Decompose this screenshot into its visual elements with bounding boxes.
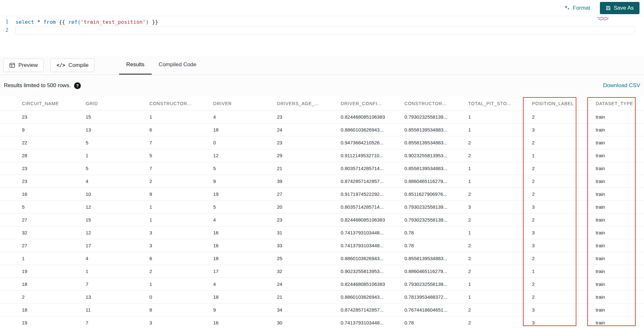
- table-cell: 3: [527, 127, 591, 132]
- code-token-keyword: select: [15, 19, 34, 25]
- table-cell: 23: [272, 114, 336, 120]
- table-cell: 0.7813953488372...: [399, 294, 463, 300]
- results-limit-text: Results limited to 500 rows.: [4, 82, 71, 89]
- table-cell: 3: [144, 243, 208, 248]
- table-cell: 15: [80, 217, 144, 223]
- table-cell: 9: [208, 178, 272, 184]
- table-cell: 18: [17, 281, 80, 287]
- table-row: 213018210.8860103626943...0.781395348837…: [0, 291, 644, 304]
- table-cell: 7: [80, 281, 144, 287]
- table-cell: 3: [144, 230, 208, 235]
- table-cell: 28: [17, 153, 80, 158]
- table-cell: 19: [208, 191, 272, 197]
- table-cell: train: [591, 114, 644, 120]
- table-cell: 0.8742857142857...: [336, 178, 399, 184]
- table-cell: 34: [272, 307, 336, 313]
- table-cell: 0.8742857142857...: [336, 307, 399, 313]
- line-number: 1: [0, 19, 15, 25]
- table-cell: 0.8558139534883...: [399, 140, 463, 145]
- table-cell: 1: [17, 256, 80, 261]
- table-row: 281512290.9112149532710...0.902325581395…: [0, 149, 644, 162]
- table-cell: 1: [463, 281, 527, 287]
- table-cell: 0.8511627906976...: [399, 191, 463, 197]
- table-cell: 9: [144, 191, 208, 197]
- table-cell: 32: [17, 230, 80, 235]
- table-cell: 3: [527, 307, 591, 313]
- format-button[interactable]: Format: [564, 5, 590, 11]
- table-cell: 23: [272, 140, 336, 145]
- table-cell: 2: [463, 191, 527, 197]
- table-cell: 24: [272, 281, 336, 287]
- active-line-box[interactable]: [15, 26, 635, 34]
- table-cell: 0.7413793103448...: [336, 243, 399, 248]
- column-header: GRID: [80, 101, 144, 106]
- table-row: 913618240.8860103626943...0.855813953488…: [0, 123, 644, 136]
- table-cell: 1: [527, 153, 591, 158]
- table-cell: 1: [463, 230, 527, 235]
- column-header: DRIVER_CONFI...: [336, 101, 399, 106]
- table-cell: 0.7930232558139...: [399, 281, 463, 287]
- table-cell: train: [591, 153, 644, 158]
- table-cell: 0.824468085106383: [336, 217, 399, 223]
- save-as-button[interactable]: Save As: [600, 2, 639, 14]
- table-row: 2717316330.7413793103448...0.7823train: [0, 239, 644, 252]
- table-cell: 2: [527, 191, 591, 197]
- sparkles-icon: [564, 5, 570, 11]
- table-cell: 1: [463, 166, 527, 171]
- table-cell: 22: [17, 140, 80, 145]
- table-cell: 2: [463, 153, 527, 158]
- table-cell: 0.9473684210526...: [336, 140, 399, 145]
- code-token-function: ref(: [68, 19, 81, 25]
- tab-compiled-code[interactable]: Compiled Code: [152, 56, 204, 75]
- table-cell: 0.8558139534883...: [399, 166, 463, 171]
- table-cell: 2: [463, 320, 527, 325]
- table-cell: 0.9023255813953...: [336, 269, 399, 274]
- compile-button[interactable]: </> Compile: [50, 59, 94, 72]
- table-cell: train: [591, 166, 644, 171]
- table-cell: 2: [527, 281, 591, 287]
- table-cell: 3: [144, 320, 208, 325]
- table-cell: 7: [144, 166, 208, 171]
- table-row: 18714240.8244680851063830.7930232558139.…: [0, 278, 644, 291]
- table-cell: 9: [17, 127, 80, 132]
- table-row: 22570230.9473684210526...0.8558139534883…: [0, 136, 644, 149]
- table-cell: 15: [80, 114, 144, 120]
- preview-button[interactable]: Preview: [3, 59, 44, 72]
- save-icon: [606, 5, 611, 11]
- table-cell: 0.7930232558139...: [399, 204, 463, 210]
- table-cell: 12: [80, 204, 144, 210]
- table-header: CIRCUIT_NAMEGRIDCONSTRUCTOR...DRIVERDRIV…: [0, 96, 644, 111]
- download-csv-link[interactable]: Download CSV: [603, 82, 640, 89]
- table-cell: 2: [527, 256, 591, 261]
- table-cell: train: [591, 191, 644, 197]
- table-cell: train: [591, 281, 644, 287]
- column-header: CONSTRUCTOR...: [399, 101, 463, 106]
- table-cell: 1: [80, 269, 144, 274]
- table-cell: 23: [272, 217, 336, 223]
- table-cell: train: [591, 307, 644, 313]
- table-cell: 7: [80, 320, 144, 325]
- code-token-jinja: }}: [149, 19, 158, 25]
- table-cell: train: [591, 178, 644, 184]
- help-icon[interactable]: ?: [74, 82, 81, 89]
- table-cell: 23: [17, 178, 80, 184]
- table-cell: 3: [527, 320, 591, 325]
- table-row: 181189340.8742857142857...0.767441860465…: [0, 304, 644, 316]
- code-line-content: select * from {{ ref('train_test_positio…: [15, 19, 158, 25]
- sql-editor[interactable]: 1 select * from {{ ref('train_test_posit…: [0, 16, 644, 56]
- code-token-function: ): [146, 19, 149, 25]
- table-cell: 0.8035714285714...: [336, 166, 399, 171]
- table-row: 197316300.7413793103448...0.7823train: [0, 316, 644, 328]
- table-cell: 12: [208, 153, 272, 158]
- table-row: 191217320.9023255813953...0.886046511627…: [0, 265, 644, 278]
- table-cell: 2: [527, 294, 591, 300]
- table-cell: 2: [463, 269, 527, 274]
- column-header: POSITION_LABEL: [527, 101, 591, 106]
- table-cell: 1: [144, 217, 208, 223]
- table-cell: 23: [17, 114, 80, 120]
- table-cell: 18: [17, 307, 80, 313]
- code-icon: </>: [56, 62, 65, 68]
- table-cell: 2: [527, 166, 591, 171]
- tab-results[interactable]: Results: [119, 56, 152, 75]
- table-cell: 4: [208, 281, 272, 287]
